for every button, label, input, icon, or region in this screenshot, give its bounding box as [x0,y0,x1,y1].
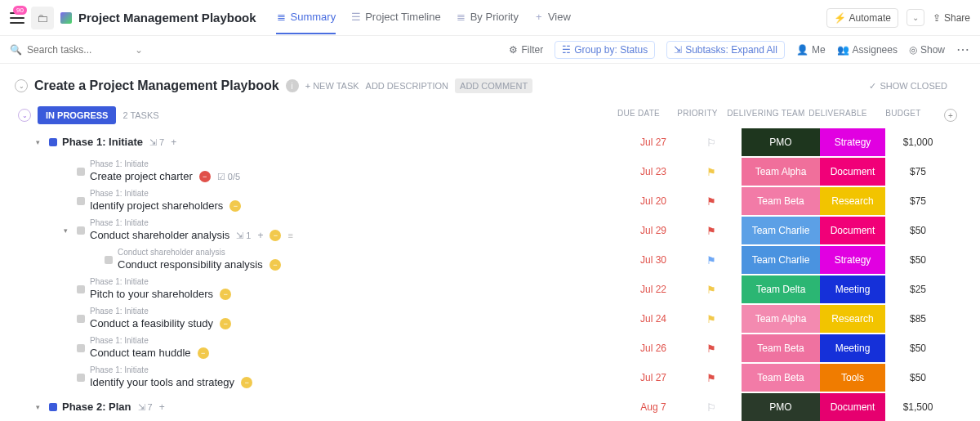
delivering-team[interactable]: Team Alpha [742,305,820,333]
menu-button[interactable]: 90 [10,12,24,24]
new-task-link[interactable]: + NEW TASK [305,81,359,91]
expand-caret[interactable]: ▾ [36,403,44,411]
checklist-badge[interactable]: ☑ 0/5 [217,172,240,182]
subtasks-button[interactable]: ⇲Subtasks: Expand All [666,41,785,59]
more-button[interactable]: ⋯ [956,42,970,57]
add-comment-link[interactable]: ADD COMMENT [455,78,532,93]
status-square[interactable] [49,403,57,411]
info-icon[interactable]: i [286,79,299,92]
status-square[interactable] [49,138,57,146]
deliverable[interactable]: Strategy [820,246,885,274]
add-subtask[interactable]: + [257,230,263,241]
task-row[interactable]: Phase 1: InitiateIdentify your tools and… [0,363,980,392]
deliverable[interactable]: Meeting [820,334,885,362]
due-date[interactable]: Jul 23 [624,166,683,177]
priority-flag-icon[interactable] [706,343,718,354]
tab-priority[interactable]: ≣By Priority [456,1,519,34]
status-square[interactable] [77,374,85,382]
deliverable[interactable]: Document [820,393,885,421]
priority-flag-icon[interactable] [706,401,718,413]
delivering-team[interactable]: Team Beta [742,364,820,392]
priority-flag-icon[interactable] [706,254,718,266]
due-date[interactable]: Jul 30 [624,254,683,266]
due-date[interactable]: Aug 7 [624,401,683,413]
expand-caret[interactable]: ▾ [64,226,72,235]
status-square[interactable] [77,344,85,352]
priority-flag-icon[interactable] [706,195,718,207]
add-description-link[interactable]: ADD DESCRIPTION [366,81,448,91]
delivering-team[interactable]: Team Charlie [742,246,820,274]
budget[interactable]: $50 [885,372,951,383]
status-square[interactable] [77,168,85,176]
budget[interactable]: $75 [885,166,951,177]
priority-flag-icon[interactable] [706,284,718,295]
deliverable[interactable]: Research [820,187,885,215]
group-by-button[interactable]: ☵Group by: Status [555,41,655,59]
due-date[interactable]: Jul 29 [624,225,683,236]
group-collapse[interactable]: ⌄ [18,109,31,122]
priority-flag-icon[interactable] [706,372,718,383]
folder-button[interactable]: 🗀 [31,7,54,29]
due-date[interactable]: Jul 20 [624,195,683,207]
budget[interactable]: $1,000 [885,137,951,148]
budget[interactable]: $50 [885,225,951,236]
task-row[interactable]: Phase 1: InitiateCreate project charter−… [0,157,980,186]
delivering-team[interactable]: Team Charlie [742,217,820,244]
col-team[interactable]: DELIVERING TEAM [727,109,805,122]
automate-button[interactable]: ⚡Automate [826,8,898,28]
expand-caret[interactable]: ▾ [36,138,44,146]
task-row[interactable]: Phase 1: InitiateConduct a feasibility s… [0,304,980,334]
due-date[interactable]: Jul 26 [624,343,683,354]
task-row[interactable]: Phase 1: InitiateIdentify project shareh… [0,186,980,216]
due-date[interactable]: Jul 22 [624,284,683,295]
deliverable[interactable]: Document [820,158,885,186]
due-date[interactable]: Jul 27 [624,137,683,148]
tab-add-view[interactable]: +View [533,1,571,34]
search-input[interactable] [27,44,125,56]
due-date[interactable]: Jul 27 [624,372,683,383]
show-button[interactable]: ◎Show [909,44,945,56]
add-column-button[interactable]: + [944,109,957,122]
deliverable[interactable]: Research [820,305,885,333]
status-square[interactable] [77,315,85,323]
priority-flag-icon[interactable] [706,313,718,325]
section-collapse[interactable]: ⌄ [15,79,28,92]
delivering-team[interactable]: PMO [742,393,820,421]
col-deliverable[interactable]: DELIVERABLE [805,109,871,122]
delivering-team[interactable]: Team Beta [742,187,820,215]
search-dropdown[interactable]: ⌄ [135,44,143,56]
priority-flag-icon[interactable] [706,137,718,148]
task-row[interactable]: Conduct shareholder analysisConduct resp… [0,245,980,275]
deliverable[interactable]: Document [820,217,885,244]
tab-summary[interactable]: ≣Summary [276,1,336,34]
due-date[interactable]: Jul 24 [624,313,683,325]
add-subtask[interactable]: + [159,401,165,413]
add-subtask[interactable]: + [171,137,176,148]
task-row[interactable]: Phase 1: InitiatePitch to your sharehold… [0,275,980,304]
share-button[interactable]: ⇪Share [933,12,970,24]
status-square[interactable] [77,285,85,293]
assignees-button[interactable]: 👥Assignees [837,44,898,56]
status-pill[interactable]: IN PROGRESS [38,106,116,124]
budget[interactable]: $85 [885,313,951,325]
filter-button[interactable]: ⚙Filter [509,44,543,56]
status-square[interactable] [105,256,113,264]
delivering-team[interactable]: Team Alpha [742,158,820,186]
budget[interactable]: $75 [885,195,951,207]
delivering-team[interactable]: Team Beta [742,334,820,362]
priority-flag-icon[interactable] [706,166,718,177]
tab-timeline[interactable]: ☰Project Timeline [350,1,440,34]
task-row[interactable]: ▾Phase 2: Plan⇲ 7+Aug 7PMODocument$1,500 [0,392,980,421]
budget[interactable]: $50 [885,254,951,266]
col-budget[interactable]: BUDGET [871,109,936,122]
delivering-team[interactable]: Team Delta [742,275,820,303]
deliverable[interactable]: Tools [820,364,885,392]
budget[interactable]: $50 [885,343,951,354]
col-due-date[interactable]: DUE DATE [609,109,668,122]
status-square[interactable] [77,226,85,235]
deliverable[interactable]: Strategy [820,128,885,156]
deliverable[interactable]: Meeting [820,275,885,303]
col-priority[interactable]: PRIORITY [668,109,727,122]
budget[interactable]: $25 [885,284,951,295]
delivering-team[interactable]: PMO [742,128,820,156]
